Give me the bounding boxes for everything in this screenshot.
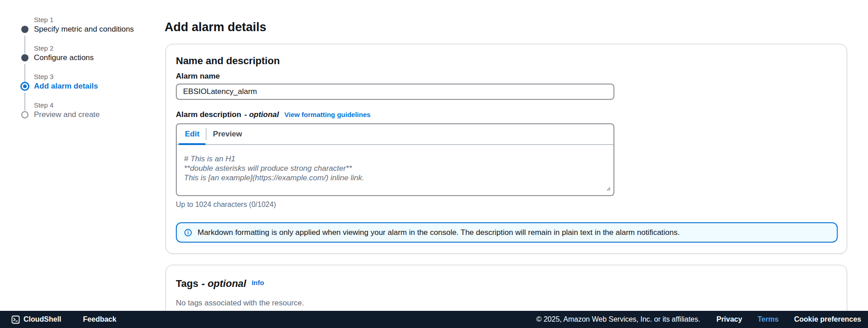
character-counter: Up to 1024 characters (0/1024) [176, 201, 837, 209]
alarm-name-label: Alarm name [176, 72, 837, 81]
step-active-icon [20, 82, 29, 91]
step-future-icon [21, 111, 28, 118]
step-number: Step 4 [34, 101, 154, 109]
step-item-4: Step 4 Preview and create [18, 101, 154, 130]
step-link-preview-create: Preview and create [34, 110, 154, 119]
banner-text: Markdown formatting is only applied when… [198, 228, 679, 237]
page: Step 1 Specify metric and conditions Ste… [0, 0, 868, 328]
alarm-description-textarea[interactable] [177, 145, 613, 195]
step-item-2: Step 2 Configure actions [18, 44, 154, 73]
editor-body [177, 145, 613, 195]
step-link-configure-actions[interactable]: Configure actions [34, 53, 154, 62]
tags-heading: Tags- optional [176, 278, 246, 290]
privacy-link[interactable]: Privacy [717, 315, 742, 323]
alarm-description-label: Alarm description- optional [176, 111, 279, 119]
main-content: Add alarm details Name and description A… [165, 20, 847, 328]
cookie-preferences-link[interactable]: Cookie preferences [794, 315, 861, 323]
step-completed-icon [21, 26, 28, 33]
step-number: Step 3 [34, 73, 154, 81]
step-link-add-alarm-details[interactable]: Add alarm details [34, 82, 154, 91]
console-footer: CloudShell Feedback © 2025, Amazon Web S… [0, 311, 868, 328]
feedback-button[interactable]: Feedback [83, 315, 117, 323]
step-number: Step 1 [34, 16, 154, 24]
info-icon [184, 229, 192, 237]
copyright-text: © 2025, Amazon Web Services, Inc. or its… [536, 315, 700, 323]
tags-info-link[interactable]: Info [252, 279, 264, 286]
name-description-card: Name and description Alarm name Alarm de… [165, 44, 847, 254]
description-editor: Edit Preview [176, 123, 614, 196]
name-description-heading: Name and description [176, 55, 837, 67]
tags-empty-text: No tags associated with the resource. [176, 299, 837, 308]
tab-preview[interactable]: Preview [207, 124, 248, 144]
cloudshell-button[interactable]: CloudShell [11, 315, 61, 324]
cloudshell-terminal-icon [11, 315, 20, 324]
tab-edit[interactable]: Edit [179, 124, 206, 144]
editor-tabstrip: Edit Preview [177, 124, 613, 145]
tags-heading-row: Tags- optional Info [176, 278, 837, 290]
wizard-step-nav: Step 1 Specify metric and conditions Ste… [18, 16, 154, 130]
step-item-3: Step 3 Add alarm details [18, 73, 154, 101]
alarm-name-input[interactable] [176, 84, 614, 100]
resize-handle-icon[interactable] [605, 185, 611, 193]
step-item-1: Step 1 Specify metric and conditions [18, 16, 154, 44]
footer-legal: © 2025, Amazon Web Services, Inc. or its… [536, 315, 861, 323]
terms-link[interactable]: Terms [758, 315, 779, 323]
page-title: Add alarm details [165, 20, 847, 34]
step-link-specify-metric[interactable]: Specify metric and conditions [34, 25, 154, 34]
step-number: Step 2 [34, 44, 154, 52]
alarm-description-label-row: Alarm description- optional View formatt… [176, 111, 837, 119]
view-formatting-guidelines-link[interactable]: View formatting guidelines [284, 111, 371, 118]
markdown-info-banner: Markdown formatting is only applied when… [176, 222, 838, 243]
step-completed-icon [21, 54, 28, 61]
optional-suffix: - optional [202, 278, 246, 289]
optional-suffix: - optional [245, 110, 279, 119]
